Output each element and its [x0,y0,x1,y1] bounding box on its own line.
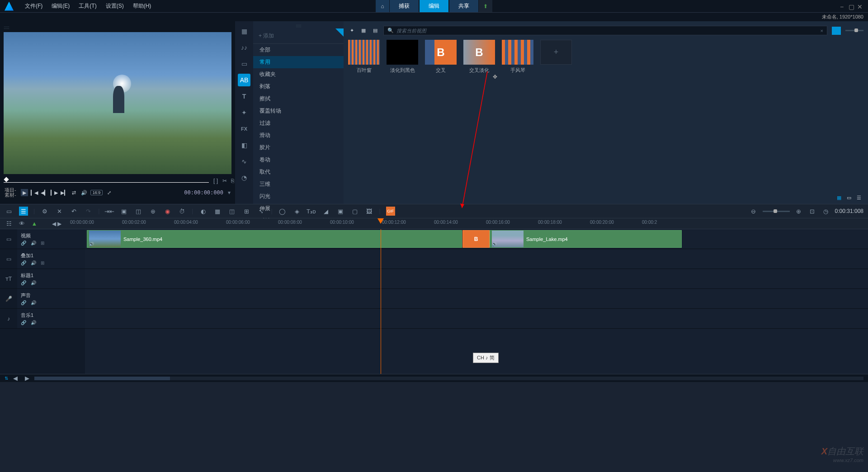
ruler-list-icon[interactable]: ☷ [5,219,14,228]
ruler-prev-icon[interactable]: ◀ [52,221,56,227]
close-button[interactable]: ✕ [857,3,863,9]
ruler-eye-icon[interactable]: 👁 [17,219,26,228]
sound-track-head[interactable]: 声音 🔗🔊 [17,289,85,308]
timeline-scrollbar[interactable]: ⇅ ◀ ▶ [0,374,868,382]
timeline-ruler[interactable]: ☷ 👁 ▲ ◀ ▶ 00:00:00:00 00:00:02:00 00:00:… [0,218,868,229]
tool-motion-icon[interactable]: ◢ [321,207,330,216]
transition-applied[interactable]: B [462,230,490,248]
music-track-content[interactable] [85,309,868,328]
cat-3d[interactable]: 三维 [253,178,344,190]
tool-multi-icon[interactable]: ⊞ [242,207,251,216]
fit-icon[interactable]: ⊡ [808,207,817,216]
preview-viewport[interactable] [4,32,231,174]
volume-button[interactable]: 🔊 [80,189,88,196]
menu-edit[interactable]: 编辑(E) [47,2,74,10]
transition-cross[interactable]: B 交叉 [425,40,457,74]
tool-speed-icon[interactable]: ⏱ [177,207,186,216]
cat-flash[interactable]: 闪光 [253,190,344,203]
zoom-slider[interactable] [763,211,790,212]
sound-track-content[interactable] [85,289,868,308]
share-tab[interactable]: 共享 [449,0,478,12]
scrub-bar[interactable]: [ ] ✂ ⎘ [4,178,231,183]
transition-fade-black[interactable]: 淡化到黑色 [387,40,418,74]
cat-overlay-trans[interactable]: 覆盖转场 [253,105,344,117]
title-track-content[interactable] [85,269,868,288]
loop-button[interactable]: ⇄ [71,189,78,196]
zoom-in-icon[interactable]: ⊕ [794,207,803,216]
panel-grip[interactable]: :::::::: [253,23,344,28]
cat-film[interactable]: 胶片 [253,142,344,154]
transition-accordion[interactable]: 手风琴 [502,40,533,74]
fx-tab-icon[interactable]: FX [238,123,250,135]
panel-grip[interactable]: :::::::: [4,25,231,30]
tool-resize-icon[interactable]: ⤡ [256,207,265,216]
add-category-button[interactable]: + 添加 [253,28,344,44]
transition-crossfade[interactable]: B 交叉淡化 [463,40,495,74]
search-input[interactable] [396,28,818,33]
speed-tab-icon[interactable]: ◔ [238,171,250,184]
capture-tab[interactable]: 捕获 [390,0,419,12]
grid-view-button[interactable] [832,27,841,35]
video-track-content[interactable]: 🔊 Sample_360.mp4 B 🔊 Sample_Lake.mp4 [85,229,868,249]
tool-mixer-icon[interactable]: ⚙ [40,207,49,216]
next-frame-button[interactable]: ▎▶ [51,189,58,196]
minimize-button[interactable]: − [840,3,846,9]
sound-track-icon[interactable]: 🎤 [0,289,17,308]
cat-scroll[interactable]: 卷动 [253,154,344,166]
video-track-head[interactable]: 视频 🔗🔊⊞ [17,229,85,249]
scroll-thumb[interactable] [34,377,170,380]
search-box[interactable]: 🔍 × [383,26,827,35]
ruler-marker-green-icon[interactable]: ▲ [30,219,39,228]
tool-image-icon[interactable]: 🖼 [365,207,374,216]
tool-color-icon[interactable]: ◉ [163,207,172,216]
home-tab[interactable]: ⌂ [376,0,389,12]
transition-blinds[interactable]: 百叶窗 [348,40,380,74]
cat-peel[interactable]: 剥落 [253,80,344,93]
tool-track-icon[interactable]: ▣ [336,207,345,216]
cat-filter[interactable]: 过滤 [253,117,344,129]
upload-tab[interactable]: ⬆ [479,0,492,12]
title-tab-icon[interactable]: T [238,90,250,103]
tool-crop-icon[interactable]: ▣ [119,207,128,216]
tool-trim-icon[interactable]: ⇥⇤ [105,207,114,216]
add-transition-button[interactable]: + [540,40,572,74]
transition-tab-icon[interactable]: AB [238,74,250,86]
overlay-track-icon[interactable]: ▭ [0,249,17,269]
redo-icon[interactable]: ↷ [84,207,93,216]
cat-slide[interactable]: 滑动 [253,129,344,142]
cat-favorites[interactable]: 收藏夹 [253,68,344,80]
favorite-icon[interactable]: ✦ [348,27,355,34]
clip-sample-360[interactable]: 🔊 Sample_360.mp4 [87,230,462,248]
lib-option-1-icon[interactable]: ▦ [835,194,843,201]
edit-tab[interactable]: 编辑 [420,0,448,12]
timeline-view-icon[interactable]: ☰ [19,207,28,216]
scroll-left-icon[interactable]: ◀ [11,374,20,383]
overlay-track-head[interactable]: 叠加1 🔗🔊⊞ [17,249,85,269]
menu-tools[interactable]: 工具(T) [74,2,101,10]
tool-split-icon[interactable]: ◫ [134,207,143,216]
cat-wipe[interactable]: 擦拭 [253,93,344,105]
apply-icon[interactable]: ▤ [372,27,379,34]
playhead-line[interactable] [381,229,381,374]
tool-settings-icon[interactable]: ✕ [55,207,64,216]
sort-icon[interactable]: ▦ [360,27,367,34]
play-button[interactable]: ▶ [21,189,28,196]
scroll-right-icon[interactable]: ▶ [23,374,32,383]
cat-all[interactable]: 全部 [253,44,344,56]
maximize-button[interactable]: ▢ [849,3,855,9]
motion-tab-icon[interactable]: ✦ [238,106,250,119]
audio-tab-icon[interactable]: ♪♪ [238,41,250,54]
expand-tracks-icon[interactable]: ⇅ [5,376,8,381]
goto-end-button[interactable]: ▶▎ [61,189,68,196]
menu-help[interactable]: 帮助(H) [128,2,156,10]
ruler-next-icon[interactable]: ▶ [57,221,61,227]
title-track-head[interactable]: 标题1 🔗🔊 [17,269,85,288]
music-track-icon[interactable]: ♪ [0,309,17,328]
storyboard-view-icon[interactable]: ▭ [5,207,14,216]
menu-file[interactable]: 文件(F) [20,2,47,10]
tool-zoom-icon[interactable]: ⊕ [148,207,157,216]
thumb-size-slider[interactable] [845,30,863,31]
tool-pip-icon[interactable]: ◫ [227,207,236,216]
cat-common[interactable]: 常用 [253,56,344,68]
title-track-icon[interactable]: ᴛT [0,269,17,288]
